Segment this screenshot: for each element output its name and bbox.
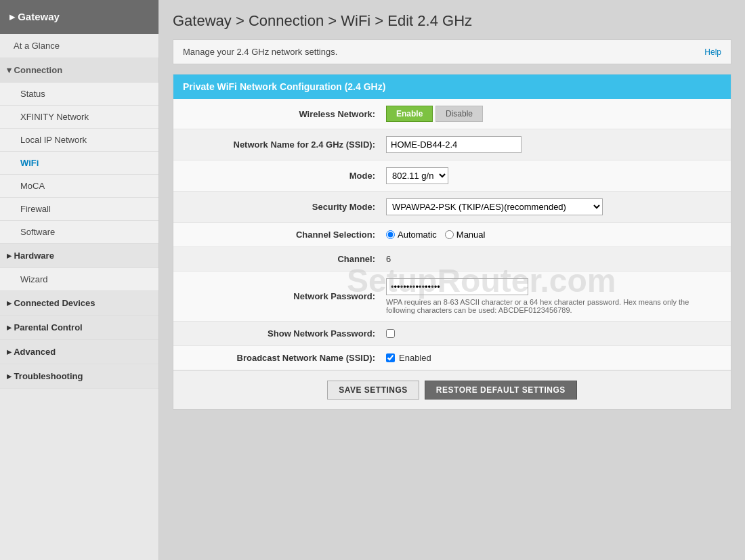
ssid-label: Network Name for 2.4 GHz (SSID): bbox=[183, 139, 386, 150]
sidebar-group-hardware[interactable]: ▸ Hardware bbox=[0, 244, 158, 268]
wireless-network-control: Enable Disable bbox=[386, 106, 721, 122]
mode-row: Mode: 802.11 g/n bbox=[173, 160, 731, 192]
channel-auto-label[interactable]: Automatic bbox=[386, 230, 437, 240]
disable-button[interactable]: Disable bbox=[435, 106, 483, 122]
broadcast-label: Broadcast Network Name (SSID): bbox=[183, 353, 386, 363]
ssid-row: Network Name for 2.4 GHz (SSID): bbox=[173, 129, 731, 160]
sidebar-group-parental-control[interactable]: ▸ Parental Control bbox=[0, 316, 158, 340]
channel-manual-radio[interactable] bbox=[445, 230, 454, 239]
show-password-label: Show Network Password: bbox=[183, 328, 386, 339]
sidebar-item-moca[interactable]: MoCA bbox=[0, 175, 158, 198]
channel-selection-label: Channel Selection: bbox=[183, 230, 386, 240]
enable-button[interactable]: Enable bbox=[386, 106, 433, 122]
security-mode-row: Security Mode: WPAWPA2-PSK (TKIP/AES)(re… bbox=[173, 192, 731, 223]
ssid-control bbox=[386, 136, 721, 153]
broadcast-row: Broadcast Network Name (SSID): Enabled bbox=[173, 346, 731, 370]
mode-label: Mode: bbox=[183, 171, 386, 181]
channel-value-display: 6 bbox=[386, 254, 721, 264]
channel-value: 6 bbox=[386, 254, 391, 264]
action-row: SAVE SETTINGS RESTORE DEFAULT SETTINGS bbox=[173, 370, 731, 409]
sidebar-item-gateway[interactable]: Gateway bbox=[0, 0, 158, 34]
wireless-network-row: Wireless Network: Enable Disable bbox=[173, 99, 731, 129]
ssid-input[interactable] bbox=[386, 136, 522, 153]
mode-control: 802.11 g/n bbox=[386, 167, 721, 184]
info-description: Manage your 2.4 GHz network settings. bbox=[183, 47, 337, 57]
info-bar: Manage your 2.4 GHz network settings. He… bbox=[173, 39, 731, 64]
sidebar-item-wifi[interactable]: WiFi bbox=[0, 152, 158, 175]
channel-radio-group: Automatic Manual bbox=[386, 230, 721, 240]
channel-label: Channel: bbox=[183, 254, 386, 264]
security-mode-label: Security Mode: bbox=[183, 202, 386, 212]
show-password-control bbox=[386, 329, 721, 338]
password-label: Network Password: bbox=[183, 291, 386, 301]
sidebar-group-connected-devices[interactable]: ▸ Connected Devices bbox=[0, 291, 158, 316]
config-panel: Private WiFi Network Configuration (2.4 … bbox=[173, 74, 731, 410]
page-title: Gateway > Connection > WiFi > Edit 2.4 G… bbox=[173, 12, 731, 30]
channel-selection-row: Channel Selection: Automatic Manual bbox=[173, 223, 731, 247]
sidebar-section-connection[interactable]: ▾ Connection bbox=[0, 58, 158, 83]
show-password-row: Show Network Password: bbox=[173, 322, 731, 346]
password-hint: WPA requires an 8-63 ASCII character or … bbox=[386, 298, 711, 314]
broadcast-control: Enabled bbox=[386, 353, 721, 363]
save-button[interactable]: SAVE SETTINGS bbox=[327, 381, 419, 400]
sidebar-item-xfinity-network[interactable]: XFINITY Network bbox=[0, 106, 158, 129]
sidebar-item-local-ip-network[interactable]: Local IP Network bbox=[0, 129, 158, 152]
config-panel-header: Private WiFi Network Configuration (2.4 … bbox=[173, 74, 731, 99]
channel-selection-control: Automatic Manual bbox=[386, 230, 721, 240]
password-control: WPA requires an 8-63 ASCII character or … bbox=[386, 278, 721, 314]
broadcast-value-label: Enabled bbox=[399, 353, 431, 363]
restore-button[interactable]: RESTORE DEFAULT SETTINGS bbox=[425, 381, 577, 400]
sidebar-item-at-a-glance[interactable]: At a Glance bbox=[0, 34, 158, 58]
password-input[interactable] bbox=[386, 278, 528, 295]
broadcast-checkbox-row: Enabled bbox=[386, 353, 721, 363]
help-link[interactable]: Help bbox=[704, 47, 721, 57]
sidebar-group-advanced[interactable]: ▸ Advanced bbox=[0, 340, 158, 364]
show-password-checkbox-row bbox=[386, 329, 721, 338]
channel-auto-radio[interactable] bbox=[386, 230, 395, 239]
config-panel-body: Wireless Network: Enable Disable Network… bbox=[173, 99, 731, 409]
channel-manual-label[interactable]: Manual bbox=[445, 230, 486, 240]
broadcast-checkbox[interactable] bbox=[386, 353, 395, 362]
sidebar: Gateway At a Glance ▾ Connection Status … bbox=[0, 0, 159, 560]
security-mode-select[interactable]: WPAWPA2-PSK (TKIP/AES)(recommended) bbox=[386, 198, 603, 215]
channel-row: Channel: 6 bbox=[173, 247, 731, 272]
sidebar-item-software[interactable]: Software bbox=[0, 221, 158, 244]
password-row: Network Password: WPA requires an 8-63 A… bbox=[173, 272, 731, 322]
sidebar-item-status[interactable]: Status bbox=[0, 83, 158, 106]
mode-select[interactable]: 802.11 g/n bbox=[386, 167, 448, 184]
wireless-network-label: Wireless Network: bbox=[183, 109, 386, 119]
show-password-checkbox[interactable] bbox=[386, 329, 395, 338]
sidebar-group-troubleshooting[interactable]: ▸ Troubleshooting bbox=[0, 364, 158, 389]
security-mode-control: WPAWPA2-PSK (TKIP/AES)(recommended) bbox=[386, 198, 721, 215]
sidebar-item-firewall[interactable]: Firewall bbox=[0, 198, 158, 221]
sidebar-item-wizard[interactable]: Wizard bbox=[0, 268, 158, 291]
main-content: SetupRouter.com Gateway > Connection > W… bbox=[159, 0, 745, 560]
